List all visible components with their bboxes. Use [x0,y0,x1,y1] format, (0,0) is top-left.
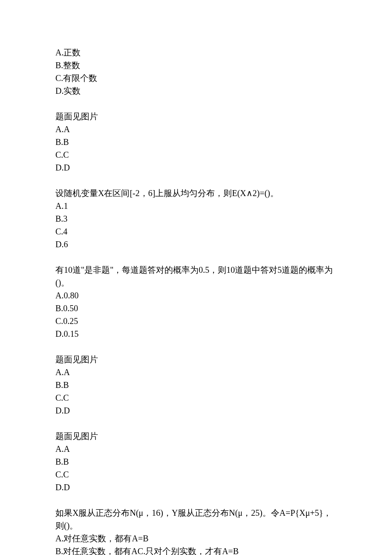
option-label: D. [55,329,63,338]
option-label: B. [55,61,63,70]
option-text: 3 [63,214,67,223]
option-text: A [63,124,69,134]
question-block-1: A.正数 B.整数 C.有限个数 D.实数 [55,46,337,97]
option-label: D. [55,86,63,95]
option-label: D. [55,163,63,172]
question-stem: 设随机变量X在区间[-2，6]上服从均匀分布，则E(X∧2)=()。 [55,187,337,199]
option-text: 0.25 [63,316,78,326]
option-a: A.对任意实数，都有A=B [55,532,337,545]
option-label: D. [55,406,63,415]
option-b: B.B [55,455,337,468]
question-block-7: 如果X服从正态分布N(μ，16)，Y服从正态分布N(μ，25)。令A=P{Xμ+… [55,506,337,555]
option-label: C. [55,150,63,159]
option-text: B [63,380,69,390]
question-block-3: 设随机变量X在区间[-2，6]上服从均匀分布，则E(X∧2)=()。 A.1 B… [55,187,337,251]
option-label: D. [55,483,63,492]
option-text: 实数 [63,86,81,95]
option-label: C. [55,316,63,326]
option-text: A [63,367,69,377]
option-text: B [63,137,69,147]
option-d: D.0.15 [55,327,337,340]
option-label: C. [55,470,63,479]
option-label: B. [55,137,63,147]
option-a: A.1 [55,199,337,212]
option-text: D [63,483,69,492]
option-d: D.D [55,481,337,494]
option-text: 有限个数 [63,73,97,83]
option-c: C.4 [55,225,337,238]
option-b: B.B [55,136,337,148]
option-label: A. [55,201,63,211]
option-label: C. [55,227,63,236]
question-stem: 题面见图片 [55,353,337,366]
question-stem: 题面见图片 [55,110,337,123]
option-text: D [63,406,69,415]
option-text: 对任意实数，都有AC.只对个别实数，才有A=B [63,546,239,555]
question-block-2: 题面见图片 A.A B.B C.C D.D [55,110,337,174]
option-a: A.A [55,123,337,136]
option-c: C.0.25 [55,315,337,327]
option-a: A.0.80 [55,289,337,302]
option-d: D.D [55,161,337,174]
question-stem: 题面见图片 [55,430,337,442]
option-text: B [63,457,69,466]
option-a: A.A [55,366,337,379]
option-text: 正数 [63,48,81,57]
option-d: D.6 [55,238,337,251]
option-text: 整数 [63,61,80,70]
option-b: B.3 [55,212,337,225]
option-c: C.C [55,468,337,481]
option-text: 0.50 [63,304,78,313]
option-label: A. [55,291,63,300]
question-stem: 有10道"是非题"，每道题答对的概率为0.5，则10道题中答对5道题的概率为()… [55,263,337,289]
question-block-5: 题面见图片 A.A B.B C.C D.D [55,353,337,417]
option-c: C.有限个数 [55,72,337,84]
question-block-4: 有10道"是非题"，每道题答对的概率为0.5，则10道题中答对5道题的概率为()… [55,263,337,340]
option-text: C [63,150,69,159]
option-b: B.B [55,379,337,391]
option-b: B.0.50 [55,302,337,315]
option-label: A. [55,534,63,543]
option-text: 0.15 [63,329,78,338]
option-label: A. [55,48,63,57]
question-block-6: 题面见图片 A.A B.B C.C D.D [55,430,337,494]
option-c: C.C [55,148,337,161]
option-label: A. [55,124,63,134]
option-label: B. [55,546,63,555]
option-a: A.正数 [55,46,337,59]
question-stem: 如果X服从正态分布N(μ，16)，Y服从正态分布N(μ，25)。令A=P{Xμ+… [55,506,337,532]
option-label: A. [55,367,63,377]
option-c: C.C [55,391,337,404]
option-b: B.对任意实数，都有AC.只对个别实数，才有A=B [55,545,337,555]
option-text: 1 [63,201,68,211]
option-text: 0.80 [63,291,78,300]
option-label: A. [55,444,63,454]
option-label: B. [55,380,63,390]
option-d: D.实数 [55,84,337,97]
option-label: B. [55,304,63,313]
option-d: D.D [55,404,337,417]
option-text: A [63,444,69,454]
option-label: B. [55,214,63,223]
option-text: D [63,163,69,172]
option-label: C. [55,73,63,83]
option-text: C [63,470,69,479]
option-label: D. [55,240,63,249]
option-text: 对任意实数，都有A=B [63,534,148,543]
option-text: 6 [63,240,68,249]
option-label: B. [55,457,63,466]
option-text: 4 [63,227,67,236]
option-a: A.A [55,442,337,455]
option-b: B.整数 [55,59,337,72]
option-label: C. [55,393,63,402]
option-text: C [63,393,69,402]
